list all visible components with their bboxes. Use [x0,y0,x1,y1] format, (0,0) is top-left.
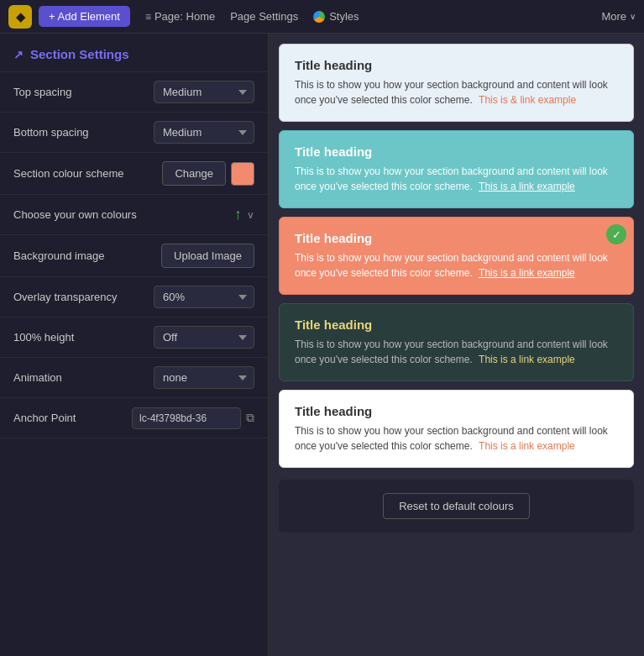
scheme-title-teal: Title heading [295,144,618,159]
scheme-title-dark: Title heading [295,318,618,332]
scheme-body-salmon: This is to show you how your section bac… [295,250,618,281]
sidebar: ↗ Section Settings Top spacing Medium Sm… [0,34,269,656]
background-image-row: Background image Upload Image [0,235,268,277]
scheme-body-teal: This is to show you how your section bac… [295,164,618,194]
choose-own-colours-controls: ↑ ∨ [234,206,254,223]
styles-nav-item[interactable]: Styles [313,10,359,23]
topbar-nav: ≡ Page: Home Page Settings Styles More ∨ [145,10,636,23]
styles-circle-icon [313,11,325,23]
page-nav-item[interactable]: ≡ Page: Home [145,10,215,23]
upload-image-button[interactable]: Upload Image [161,244,254,268]
colour-swatch[interactable] [231,162,254,186]
top-spacing-row: Top spacing Medium Small Large None [0,72,268,113]
scheme-body-light: This is to show you how your section bac… [295,77,618,108]
scheme-link-teal: This is a link example [479,181,575,192]
scheme-body-dark: This is to show you how your section bac… [295,337,618,367]
top-spacing-select[interactable]: Medium Small Large None [154,81,254,103]
copy-icon[interactable]: ⧉ [246,411,254,425]
sidebar-header-label: Section Settings [30,47,129,61]
animation-control: none fade slide [154,366,254,389]
overlay-transparency-select[interactable]: 60% 0% 20% 40% 80% 100% [154,286,254,308]
anchor-point-input[interactable] [132,407,241,429]
section-settings-icon: ↗ [13,48,24,61]
change-colour-scheme-button[interactable]: Change [162,161,226,186]
scheme-title-light: Title heading [295,58,618,72]
scheme-card-dark[interactable]: Title heading This is to show you how yo… [279,303,634,381]
bottom-spacing-control: Medium Small Large None [154,121,254,144]
section-colour-scheme-row: Section colour scheme Change [0,153,268,195]
choose-own-colours-row: Choose your own colours ↑ ∨ [0,195,268,235]
bottom-spacing-label: Bottom spacing [13,126,154,139]
scheme-link-dark: This is a link example [479,354,575,365]
section-colour-scheme-label: Section colour scheme [13,167,162,180]
overlay-transparency-row: Overlay transparency 60% 0% 20% 40% 80% … [0,277,268,318]
scheme-card-white[interactable]: Title heading This is to show you how yo… [279,390,634,468]
top-spacing-label: Top spacing [13,86,154,98]
scheme-card-salmon[interactable]: Title heading This is to show you how yo… [279,217,634,295]
reset-to-default-colours-button[interactable]: Reset to default colours [383,493,530,519]
add-element-button[interactable]: + Add Element [39,6,130,27]
logo: ◆ [8,5,32,29]
background-image-control: Upload Image [161,244,254,268]
main-layout: ↗ Section Settings Top spacing Medium Sm… [0,34,644,656]
topbar: ◆ + Add Element ≡ Page: Home Page Settin… [0,0,644,34]
height-row: 100% height Off On [0,318,268,358]
scheme-card-light[interactable]: Title heading This is to show you how yo… [279,44,634,122]
section-colour-scheme-control: Change [162,161,254,186]
bottom-spacing-row: Bottom spacing Medium Small Large None [0,113,268,153]
scheme-link-white: This is a link example [479,440,575,452]
anchor-point-row: Anchor Point ⧉ [0,398,268,438]
anchor-point-control: ⧉ [132,407,254,429]
height-control: Off On [154,326,254,349]
scheme-title-salmon: Title heading [295,231,618,245]
sidebar-header: ↗ Section Settings [0,34,268,72]
chevron-down-icon[interactable]: ∨ [247,209,254,221]
animation-select[interactable]: none fade slide [154,366,254,389]
arrow-up-icon: ↑ [234,206,242,223]
scheme-link-salmon: This is a link example [479,267,575,279]
bottom-spacing-select[interactable]: Medium Small Large None [154,121,254,144]
scheme-link-light: This is & link example [479,94,576,106]
reset-area: Reset to default colours [279,480,634,533]
anchor-point-label: Anchor Point [13,412,132,424]
more-nav-item[interactable]: More ∨ [601,10,636,23]
height-select[interactable]: Off On [154,326,254,349]
page-settings-nav-item[interactable]: Page Settings [230,10,298,23]
top-spacing-control: Medium Small Large None [154,81,254,103]
scheme-title-white: Title heading [295,404,618,418]
selected-checkmark-badge: ✓ [606,224,626,244]
overlay-transparency-control: 60% 0% 20% 40% 80% 100% [154,286,254,308]
overlay-transparency-label: Overlay transparency [13,291,154,303]
animation-label: Animation [13,371,154,384]
scheme-card-teal[interactable]: Title heading This is to show you how yo… [279,130,634,208]
height-label: 100% height [13,331,154,344]
animation-row: Animation none fade slide [0,358,268,398]
content-area: Title heading This is to show you how yo… [269,34,644,656]
choose-own-colours-label: Choose your own colours [13,208,234,221]
background-image-label: Background image [13,249,161,262]
page-nav-icon: ≡ [145,11,151,23]
scheme-body-white: This is to show you how your section bac… [295,423,618,454]
